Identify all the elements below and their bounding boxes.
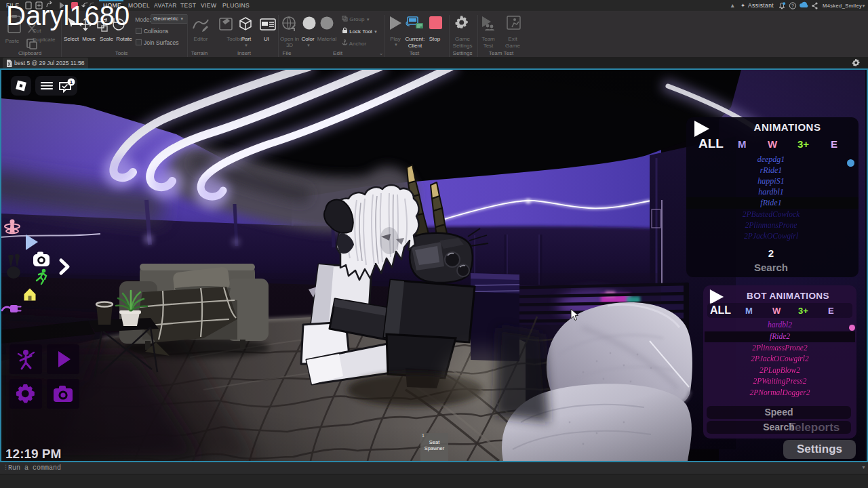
svg-text:1: 1	[70, 79, 73, 85]
svg-text:?: ?	[791, 3, 794, 8]
